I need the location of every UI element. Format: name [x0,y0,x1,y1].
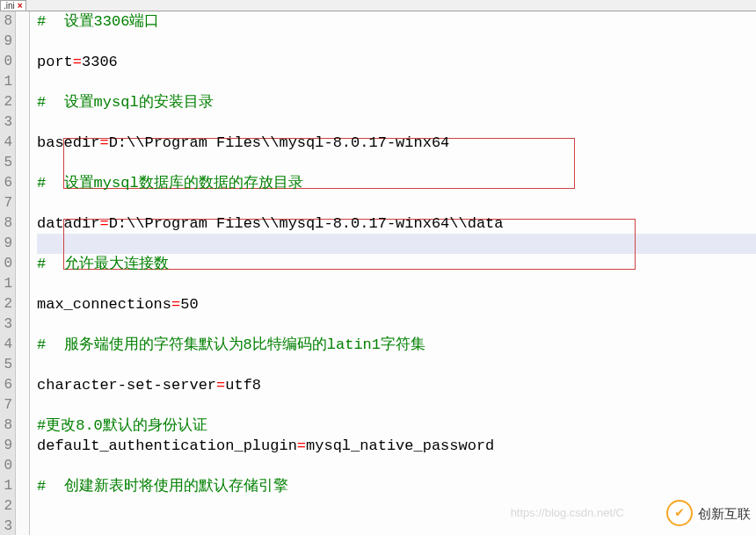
comment-text: 设置mysql数据库的数据的存放目录 [46,175,302,192]
line-number: 5 [0,355,12,375]
comment-text: 创建新表时将使用的默认存储引擎 [46,478,287,495]
comment-text: 设置3306端口 [46,13,159,30]
comment-text: # [37,94,46,111]
code-line[interactable] [37,234,756,254]
line-number: 9 [0,32,12,52]
line-number: 2 [0,294,12,314]
watermark-text: 创新互联 [698,503,751,524]
line-number: 9 [0,436,12,456]
comment-text: # [37,256,46,272]
code-line[interactable] [37,193,756,213]
code-line[interactable] [37,395,756,416]
watermark-logo: ✔ 创新互联 [666,500,751,526]
code-text: basedir [37,134,99,151]
comment-text: 设置mysql的安装目录 [46,94,213,111]
code-text: mysql_native_password [306,437,494,454]
line-number-gutter: 89012345678901234567890123 [0,11,16,535]
code-line[interactable]: # 设置mysql数据库的数据的存放目录 [37,173,756,193]
code-text: utf8 [225,377,261,394]
watermark-url: https://blog.csdn.net/C [511,502,624,523]
operator: = [171,296,180,313]
code-line[interactable] [37,72,756,92]
line-number: 0 [0,52,12,72]
line-number: 5 [0,153,12,173]
line-number: 0 [0,254,12,274]
code-line[interactable] [37,355,756,375]
operator: = [99,215,108,232]
code-line[interactable]: # 允许最大连接数 [37,254,756,274]
comment-text: # [37,13,46,30]
operator: = [297,437,306,454]
line-number: 1 [0,72,12,92]
code-line[interactable] [37,496,756,517]
code-line[interactable] [37,314,756,335]
code-text: D:\\Program Files\\mysql-8.0.17-winx64\\… [109,215,504,232]
current-line-highlight [37,234,756,254]
line-number: 2 [0,496,12,517]
code-line[interactable] [37,112,756,133]
fold-column [16,11,30,535]
line-number: 7 [0,193,12,213]
operator: = [99,134,108,151]
line-number: 6 [0,173,12,193]
code-line[interactable]: port=3306 [37,52,756,72]
code-text: character-set-server [37,377,216,394]
line-number: 8 [0,11,12,32]
code-line[interactable]: # 创建新表时将使用的默认存储引擎 [37,476,756,496]
tab-bar: .ini × [0,0,756,11]
editor: 89012345678901234567890123 # 设置3306端口por… [0,11,756,535]
code-line[interactable]: max_connections=50 [37,294,756,314]
code-text: 50 [180,296,198,313]
code-text: 3306 [82,54,118,70]
file-tab[interactable]: .ini × [0,0,26,11]
operator: = [216,377,225,394]
line-number: 3 [0,517,12,535]
line-number: 3 [0,314,12,335]
line-number: 1 [0,274,12,294]
line-number: 3 [0,112,12,133]
line-number: 2 [0,92,12,112]
code-text: default_authentication_plugin [37,437,297,454]
code-line[interactable]: character-set-server=utf8 [37,375,756,395]
code-line[interactable]: # 设置3306端口 [37,11,756,32]
line-number: 0 [0,456,12,476]
comment-text: # [37,478,46,495]
line-number: 8 [0,213,12,234]
code-line[interactable]: # 设置mysql的安装目录 [37,92,756,112]
code-text: datadir [37,215,99,232]
code-line[interactable] [37,32,756,52]
line-number: 4 [0,133,12,153]
comment-text: 允许最大连接数 [46,256,168,272]
line-number: 7 [0,395,12,416]
code-line[interactable] [37,274,756,294]
code-line[interactable]: default_authentication_plugin=mysql_nati… [37,436,756,456]
code-text: D:\\Program Files\\mysql-8.0.17-winx64 [109,134,450,151]
line-number: 9 [0,234,12,254]
operator: = [73,54,82,70]
line-number: 4 [0,335,12,355]
comment-text: # [37,336,46,353]
code-line[interactable]: datadir=D:\\Program Files\\mysql-8.0.17-… [37,213,756,234]
watermark-icon: ✔ [666,500,693,526]
code-line[interactable]: basedir=D:\\Program Files\\mysql-8.0.17-… [37,133,756,153]
comment-text: # [37,175,46,192]
code-text: max_connections [37,296,171,313]
line-number: 1 [0,476,12,496]
comment-text: #更改8.0默认的身份认证 [37,417,207,434]
code-area[interactable]: # 设置3306端口port=3306# 设置mysql的安装目录basedir… [30,11,756,535]
line-number: 6 [0,375,12,395]
comment-text: 服务端使用的字符集默认为8比特编码的latin1字符集 [46,336,425,353]
code-line[interactable]: #更改8.0默认的身份认证 [37,416,756,436]
line-number: 8 [0,416,12,436]
code-text: port [37,54,73,70]
code-line[interactable]: # 服务端使用的字符集默认为8比特编码的latin1字符集 [37,335,756,355]
code-line[interactable] [37,153,756,173]
code-line[interactable] [37,456,756,476]
